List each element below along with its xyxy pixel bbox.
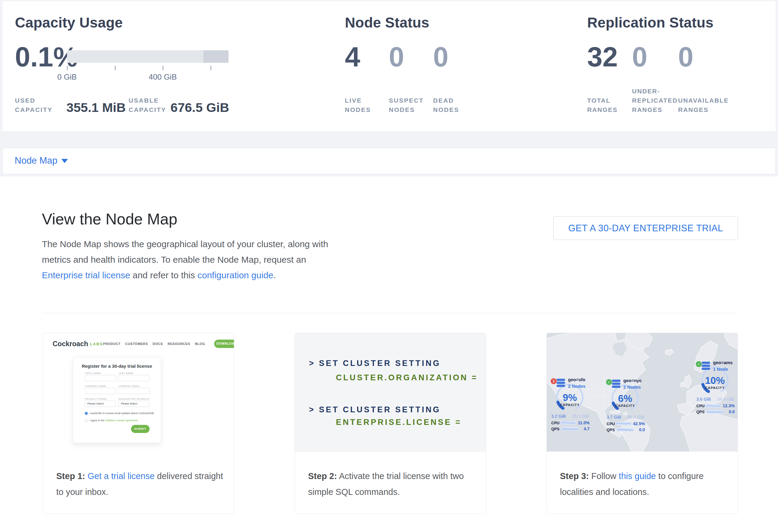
capacity-bar-nonusable-segment bbox=[204, 50, 229, 63]
minisite-nav-item: RESOURCES bbox=[168, 342, 190, 346]
form-field-label: REASON FOR INTEREST bbox=[119, 398, 150, 400]
form-field-label: LAST NAME bbox=[119, 372, 134, 375]
configuration-guide-link[interactable]: configuration guide bbox=[198, 270, 274, 280]
minisite-brand-suffix: LABS bbox=[90, 342, 103, 346]
checkbox-checked-icon bbox=[85, 412, 88, 415]
cpu-metric: CPU 12.3% bbox=[696, 403, 734, 408]
usable-capacity-label: USABLE CAPACITY bbox=[129, 96, 166, 114]
healthy-badge: ✓ bbox=[696, 361, 702, 367]
total-gib: 35.1 GiB bbox=[572, 414, 589, 419]
chevron-down-icon[interactable] bbox=[61, 159, 68, 163]
project-phase-select: Please Select bbox=[85, 401, 116, 407]
step2-caption: Step 2: Activate the trial license with … bbox=[308, 468, 480, 500]
first-name-field bbox=[85, 375, 116, 381]
locality-node-count: 2 Nodes bbox=[623, 384, 641, 390]
database-icon bbox=[555, 378, 566, 388]
axis-tick bbox=[211, 66, 211, 70]
minisite-nav-item: PRODUCT bbox=[103, 342, 121, 346]
checkbox-label: I would like to receive email updates ab… bbox=[89, 412, 154, 415]
reason-select: Please Select bbox=[119, 401, 150, 407]
capacity-percent: 9% bbox=[555, 392, 585, 403]
intro-paragraph: The Node Map shows the geographical layo… bbox=[42, 236, 339, 283]
qps-sparkline bbox=[617, 428, 633, 432]
qps-sparkline bbox=[561, 427, 578, 431]
intro-text: and refer to this bbox=[130, 270, 198, 280]
used-capacity-label: USED CAPACITY bbox=[15, 96, 53, 114]
section-divider bbox=[42, 313, 737, 313]
minisite-nav-item: BLOG bbox=[195, 342, 205, 346]
this-guide-link[interactable]: this guide bbox=[619, 471, 656, 481]
unavailable-ranges-label: UNAVAILABLE RANGES bbox=[678, 96, 729, 114]
total-ranges-label: TOTAL RANGES bbox=[587, 96, 618, 114]
axis-tick-label: 400 GiB bbox=[149, 72, 177, 82]
capacity-bar: 0 GiB 400 GiB bbox=[67, 50, 229, 63]
total-gib: 34.4 GiB bbox=[717, 397, 734, 401]
minisite-download-button: DOWNLOAD bbox=[214, 339, 234, 348]
suspect-nodes-count: 0 bbox=[389, 43, 404, 71]
capacity-usage-title: Capacity Usage bbox=[15, 14, 123, 31]
cpu-sparkline bbox=[616, 422, 631, 426]
locality-name: geo=sfo bbox=[568, 377, 586, 382]
company-name-field bbox=[85, 388, 116, 394]
enterprise-trial-license-link[interactable]: Enterprise trial license bbox=[42, 270, 130, 280]
view-selector-dropdown[interactable]: Node Map bbox=[15, 155, 58, 166]
unavailable-ranges-count: 0 bbox=[678, 43, 693, 71]
minisite-nav: PRODUCT CUSTOMERS DOCS RESOURCES BLOG DO… bbox=[103, 339, 234, 348]
step3-card: 1 geo=sfo 2 Nodes 9% CAPACITY bbox=[546, 333, 738, 514]
under-replicated-label: UNDER- REPLICATED RANGES bbox=[632, 86, 678, 114]
minisite-header: Cockroach LABS PRODUCT CUSTOMERS DOCS RE… bbox=[43, 333, 234, 351]
replication-status-section: Replication Status 32 0 0 TOTAL RANGES U… bbox=[587, 14, 713, 31]
capacity-range: 3.6 GiB 34.4 GiB bbox=[696, 397, 734, 401]
step1-caption: Step 1: Get a trial license delivered st… bbox=[56, 468, 229, 500]
capacity-label: CAPACITY bbox=[555, 403, 585, 407]
database-icon bbox=[701, 361, 711, 371]
company-email-field bbox=[119, 388, 150, 394]
form-field-label: FIRST NAME bbox=[85, 372, 101, 375]
capacity-percent: 10% bbox=[700, 375, 730, 386]
axis-tick bbox=[67, 66, 68, 70]
total-gib: 65.7 GiB bbox=[628, 415, 644, 420]
step-label: Step 1: bbox=[56, 471, 85, 481]
form-field-label: COMPANY EMAIL bbox=[119, 385, 140, 387]
get-trial-license-link[interactable]: Get a trial license bbox=[88, 471, 155, 481]
dead-nodes-label: DEAD NODES bbox=[433, 96, 459, 114]
node-map-preview-image: 1 geo=sfo 2 Nodes 9% CAPACITY bbox=[547, 333, 737, 452]
capacity-label: CAPACITY bbox=[610, 404, 640, 407]
capacity-usage-section: Capacity Usage 0.1% 0 GiB 400 GiB USED C… bbox=[15, 14, 123, 31]
node-status-title: Node Status bbox=[345, 14, 429, 31]
view-selector-bar: Node Map bbox=[2, 148, 776, 174]
minisite-nav-item: CUSTOMERS bbox=[125, 342, 148, 346]
axis-tick-label: 0 GiB bbox=[57, 72, 77, 82]
axis-tick bbox=[163, 66, 163, 70]
last-name-field bbox=[119, 375, 150, 381]
page-title: View the Node Map bbox=[42, 210, 177, 228]
trial-license-form: Register for a 30-day trial license FIRS… bbox=[73, 357, 161, 443]
sql-commands-image: > SET CLUSTER SETTING CLUSTER.ORGANIZATI… bbox=[295, 333, 486, 452]
cpu-sparkline bbox=[560, 421, 576, 425]
qps-metric: QPS 0.0 bbox=[696, 409, 734, 414]
intro-text: The Node Map shows the geographical layo… bbox=[42, 239, 331, 264]
checkbox-empty-icon bbox=[85, 419, 88, 422]
warning-badge: 1 bbox=[551, 378, 557, 384]
locality-node-count: 1 Node bbox=[713, 367, 728, 372]
cluster-overview-page: Capacity Usage 0.1% 0 GiB 400 GiB USED C… bbox=[0, 0, 778, 532]
replication-status-title: Replication Status bbox=[587, 14, 713, 31]
capacity-range: 3.2 GiB 35.1 GiB bbox=[551, 414, 589, 419]
capacity-percent: 6% bbox=[610, 393, 640, 404]
step1-card: Cockroach LABS PRODUCT CUSTOMERS DOCS RE… bbox=[43, 333, 234, 514]
qps-metric: QPS 4.7 bbox=[551, 427, 590, 431]
sql-prompt: > SET CLUSTER SETTING bbox=[309, 359, 441, 368]
capacity-bar-track bbox=[67, 50, 229, 63]
capacity-label: CAPACITY bbox=[700, 386, 730, 390]
sql-prompt: > SET CLUSTER SETTING bbox=[309, 405, 441, 414]
used-capacity-value: 355.1 MiB bbox=[66, 100, 126, 115]
submit-button: SUBMIT bbox=[131, 425, 150, 433]
total-ranges-count: 32 bbox=[587, 43, 618, 71]
used-gib: 3.7 GiB bbox=[607, 415, 621, 420]
suspect-nodes-label: SUSPECT NODES bbox=[389, 96, 424, 114]
under-replicated-count: 0 bbox=[632, 43, 647, 71]
live-nodes-count: 4 bbox=[345, 43, 360, 71]
trial-form-title: Register for a 30-day trial license bbox=[73, 364, 161, 369]
dead-nodes-count: 0 bbox=[433, 43, 448, 71]
get-enterprise-trial-button[interactable]: GET A 30-DAY ENTERPRISE TRIAL bbox=[553, 216, 738, 240]
